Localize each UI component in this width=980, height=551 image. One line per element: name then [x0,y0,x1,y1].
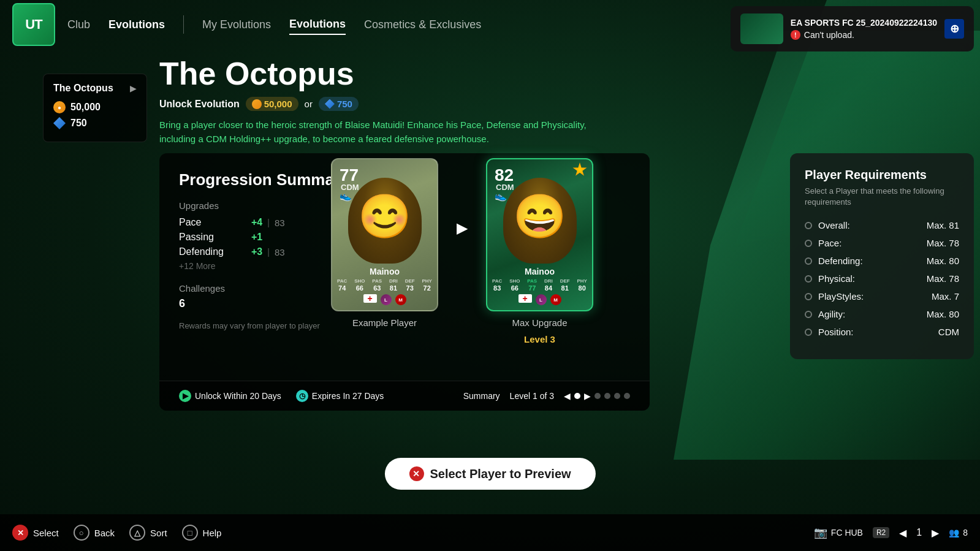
max-name: Mainoo [487,267,592,276]
progression-bottom: ▶ Unlock Within 20 Days ◷ Expires In 27 … [159,381,650,411]
stat-sho: SHO 66 [354,278,365,292]
player-count-value: 8 [963,528,968,538]
upgrade-pace-boost: +4 [251,217,262,228]
req-defending-name: Defending: [818,256,863,266]
example-player-container: 77 CDM 👟 😊 Mainoo PAC 74 SHO 66 PAS [331,158,438,328]
level-dot-1[interactable] [574,393,580,399]
req-position: Position: CDM [805,327,959,337]
req-position-name: Position: [818,327,854,337]
level-dots: ◀ ▶ [564,391,630,401]
gem-badge: 750 [319,97,359,111]
notif-error-text: Can't upload. [804,30,854,40]
req-agility-value: Max. 80 [927,309,959,319]
max-club-badge: M [550,294,561,305]
sidebar-forward-icon: ▶ [130,83,137,93]
req-position-value: CDM [938,327,959,337]
nav-evolutions-tab[interactable]: Evolutions [289,15,346,35]
req-physical-value: Max. 78 [927,273,959,284]
evolution-description: Bring a player closer to the heroic stre… [159,118,613,146]
upgrade-pace-name: Pace [179,217,246,228]
count-1: 1 [916,527,922,538]
next-arrow[interactable]: ▶ [584,391,591,401]
req-agility-dot [805,311,812,318]
unlock-icon: ▶ [179,390,191,402]
nav-my-evolutions[interactable]: My Evolutions [202,15,271,34]
example-face: 😊 [348,178,422,264]
example-stats: PAC 74 SHO 66 PAS 63 DRI 81 DEF 73 [337,278,432,292]
notif-content: EA SPORTS FC 25_20240922224130 ! Can't u… [791,18,937,40]
page-title: The Octopus [159,55,980,92]
bottom-bar: ✕ Select ○ Back △ Sort □ Help 📷 FC HUB R… [0,514,980,551]
max-face-circle: 😄 [503,178,577,264]
card-arrow: ▶ [457,219,468,237]
notif-error-row: ! Can't upload. [791,30,937,40]
arrow-left: ◀ [899,527,906,539]
req-defending-dot [805,257,812,265]
example-label: Example Player [352,317,417,328]
ut-logo[interactable]: UT [12,3,55,46]
req-agility-name: Agility: [818,309,845,319]
unlock-days: ▶ Unlock Within 20 Days [179,390,281,402]
level-dot-5[interactable] [624,393,630,399]
sidebar-gems: 750 [70,118,87,129]
left-sidebar: The Octopus ▶ ● 50,000 750 [43,74,147,142]
max-stat-sho: SHO 66 [509,278,520,292]
prev-arrow[interactable]: ◀ [564,391,571,401]
back-label: Back [94,528,115,538]
cross-button[interactable]: ✕ [12,525,28,541]
club-badge: M [395,294,406,305]
expires-icon: ◷ [296,390,308,402]
max-stat-dri: DRI 84 [544,278,553,292]
level-dot-4[interactable] [614,393,620,399]
max-stats: PAC 83 SHO 66 PAS 77 DRI 84 DEF 81 [492,278,587,292]
england-flag [363,294,377,303]
example-name: Mainoo [332,267,437,276]
upload-notification: EA SPORTS FC 25_20240922224130 ! Can't u… [731,6,974,51]
max-label: Max Upgrade [512,317,567,328]
circle-button[interactable]: ○ [74,525,89,541]
upgrade-passing-name: Passing [179,232,246,243]
nav-cosmetics[interactable]: Cosmetics & Exclusives [364,15,481,34]
coin-badge-value: 50,000 [264,99,292,109]
nav-evolutions-main[interactable]: Evolutions [108,15,165,34]
level-dot-3[interactable] [604,393,610,399]
sidebar-header: The Octopus ▶ [53,83,137,94]
max-league-badge: L [536,294,547,305]
bottom-nav: Summary Level 1 of 3 ◀ ▶ [463,391,630,401]
nav-club[interactable]: Club [67,15,90,34]
req-playstyles-value: Max. 7 [932,291,959,302]
req-agility: Agility: Max. 80 [805,309,959,319]
notif-title: EA SPORTS FC 25_20240922224130 [791,18,937,28]
req-position-dot [805,329,812,336]
nav-items: Club Evolutions My Evolutions Evolutions… [67,15,481,35]
sidebar-card[interactable]: The Octopus ▶ ● 50,000 750 [43,74,147,142]
req-title: Player Requirements [805,168,959,182]
fc-hub-button[interactable]: 📷 FC HUB [814,526,863,539]
summary-label: Summary [463,391,500,401]
req-physical-name: Physical: [818,273,855,284]
notif-thumbnail [740,13,783,44]
upgrade-defending-name: Defending [179,246,246,257]
req-pace-dot [805,240,812,247]
face-smile: 😊 [358,195,411,238]
req-physical: Physical: Max. 78 [805,273,959,284]
max-badges: L M [487,294,592,305]
stat-pas: PAS 63 [372,278,382,292]
sidebar-gems-row: 750 [53,117,137,129]
bottom-info: ▶ Unlock Within 20 Days ◷ Expires In 27 … [179,390,384,402]
unlock-row: Unlock Evolution 50,000 or 750 [159,97,980,111]
square-button[interactable]: □ [182,525,198,541]
fc-hub-label: FC HUB [831,528,863,538]
r2-badge: R2 [873,527,889,538]
max-player-card: 82 CDM 👟 😄 Mainoo PAC 83 SHO 66 [486,158,593,311]
upgrade-passing-boost: +1 [251,232,262,243]
example-player-card: 77 CDM 👟 😊 Mainoo PAC 74 SHO 66 PAS [331,158,438,311]
sort-label: Sort [150,528,167,538]
upgrade-defending-divider: | [267,247,270,257]
triangle-button[interactable]: △ [129,525,145,541]
arrow-right: ▶ [932,527,939,539]
unlock-label: Unlock Evolution [159,99,240,110]
select-player-button[interactable]: ✕ Select Player to Preview [384,458,595,490]
level-dot-2[interactable] [594,393,601,399]
max-england-flag [518,294,532,303]
